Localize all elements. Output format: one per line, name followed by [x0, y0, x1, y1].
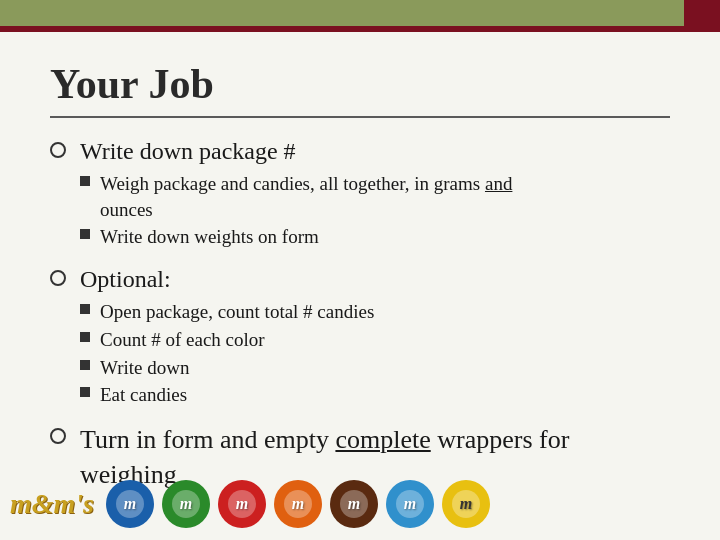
underline-text: complete [335, 425, 430, 454]
candy-green: m [162, 480, 210, 528]
sub-bullet [80, 332, 90, 342]
sub-item-text: Write down [100, 355, 189, 381]
candy-inner: m [452, 490, 480, 518]
sub-list-item: Open package, count total # candies [80, 299, 374, 325]
sub-item-text: Eat candies [100, 382, 187, 408]
sub-list-item: Write down weights on form [80, 224, 512, 250]
sub-item-text: Count # of each color [100, 327, 265, 353]
bottom-bar: m&m's m m m m m m m [0, 468, 720, 540]
list-item-content: Optional: Open package, count total # ca… [80, 264, 374, 410]
sub-bullet [80, 360, 90, 370]
candy-lightblue: m [386, 480, 434, 528]
underline-text: and [485, 173, 512, 194]
main-item-label: Write down package # [80, 138, 296, 164]
title-divider [50, 116, 670, 118]
main-list: Write down package # Weigh package and c… [50, 136, 670, 492]
sub-item-text: Open package, count total # candies [100, 299, 374, 325]
candy-red: m [218, 480, 266, 528]
sub-list-item: Count # of each color [80, 327, 374, 353]
banner-line [0, 26, 720, 32]
main-content: Your Job Write down package # Weigh pack… [0, 32, 720, 514]
list-item: Optional: Open package, count total # ca… [50, 264, 670, 410]
candy-inner: m [284, 490, 312, 518]
list-item: Write down package # Weigh package and c… [50, 136, 670, 252]
sub-list-item: Weigh package and candies, all together,… [80, 171, 512, 222]
bullet-circle [50, 142, 66, 158]
candy-inner: m [116, 490, 144, 518]
mm-logo-text: m&m's [10, 488, 94, 520]
page-title: Your Job [50, 60, 670, 108]
sub-list: Open package, count total # candies Coun… [80, 299, 374, 408]
candy-brown: m [330, 480, 378, 528]
sub-list: Weigh package and candies, all together,… [80, 171, 512, 250]
candy-blue: m [106, 480, 154, 528]
bullet-circle [50, 270, 66, 286]
sub-item-text: Write down weights on form [100, 224, 319, 250]
list-item-content: Write down package # Weigh package and c… [80, 136, 512, 252]
candy-inner: m [340, 490, 368, 518]
mm-logo: m&m's [10, 488, 94, 520]
candy-inner: m [172, 490, 200, 518]
sub-list-item: Eat candies [80, 382, 374, 408]
sub-bullet [80, 304, 90, 314]
candy-orange: m [274, 480, 322, 528]
candy-inner: m [228, 490, 256, 518]
sub-bullet [80, 229, 90, 239]
sub-list-item: Write down [80, 355, 374, 381]
main-item-label: Optional: [80, 266, 171, 292]
candy-inner: m [396, 490, 424, 518]
sub-bullet [80, 387, 90, 397]
candy-yellow: m [442, 480, 490, 528]
sub-item-text: Weigh package and candies, all together,… [100, 171, 512, 222]
top-banner [0, 0, 720, 32]
sub-bullet [80, 176, 90, 186]
bullet-circle [50, 428, 66, 444]
